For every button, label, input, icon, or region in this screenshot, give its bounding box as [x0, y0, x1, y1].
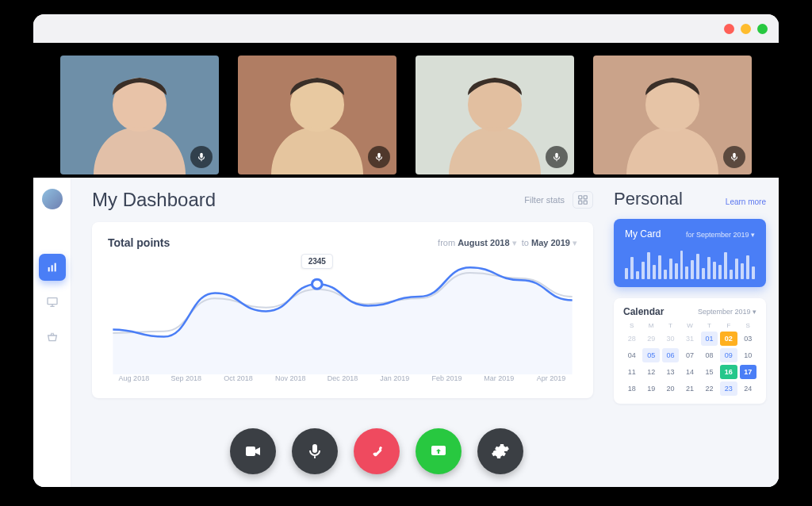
calendar-day[interactable]: 30	[662, 332, 679, 346]
calendar-day[interactable]: 02	[720, 332, 737, 346]
calendar-dow: T	[701, 322, 718, 329]
calendar-day[interactable]: 13	[662, 365, 679, 379]
mic-icon[interactable]	[546, 146, 568, 168]
settings-button[interactable]	[477, 428, 523, 474]
calendar-card: Calendar September 2019 ▾ SMTWTFS2829303…	[614, 298, 766, 404]
sidebar-item-present[interactable]	[39, 289, 66, 316]
calendar-dow: W	[681, 322, 698, 329]
svg-rect-2	[201, 160, 201, 162]
learn-more-link[interactable]: Learn more	[726, 197, 766, 206]
calendar-day[interactable]: 09	[720, 348, 737, 362]
calendar-day[interactable]: 12	[642, 365, 659, 379]
calendar-dow: S	[740, 322, 756, 329]
calendar-day[interactable]: 04	[623, 348, 640, 362]
calendar-day[interactable]: 16	[720, 365, 737, 379]
my-card[interactable]: My Card for September 2019 ▾	[614, 219, 766, 287]
mycard-bar	[630, 257, 634, 279]
calendar-day[interactable]: 14	[681, 365, 698, 379]
mycard-bar	[718, 265, 722, 279]
calendar-day[interactable]: 03	[740, 332, 756, 346]
filter-stats-label[interactable]: Filter stats	[524, 195, 565, 205]
calendar-dow: M	[642, 322, 659, 329]
calendar-day[interactable]: 31	[681, 332, 698, 346]
calendar-day[interactable]: 11	[623, 365, 640, 379]
svg-rect-17	[584, 196, 587, 199]
calendar-day[interactable]: 19	[642, 381, 659, 396]
sidebar-item-charts[interactable]	[39, 254, 66, 281]
mycard-bar	[735, 259, 738, 279]
mycard-bar	[625, 268, 628, 279]
chart-range[interactable]: from August 2018 ▾ to May 2019 ▾	[438, 238, 577, 248]
calendar-dow: T	[662, 322, 679, 329]
calendar-day[interactable]: 20	[662, 381, 679, 396]
mycard-bar	[691, 260, 694, 279]
x-axis-label: Feb 2019	[421, 374, 473, 382]
calendar-day[interactable]: 17	[740, 365, 756, 379]
calendar-day[interactable]: 07	[681, 348, 698, 362]
sidebar-item-basket[interactable]	[39, 324, 66, 351]
x-axis-label: Sep 2018	[160, 374, 213, 382]
mycard-subtitle: for September 2019 ▾	[686, 231, 755, 239]
chart-body: 2345 Aug 2018Sep 2018Oct 2018Nov 2018Dec…	[108, 255, 577, 390]
calendar-day[interactable]: 08	[701, 348, 718, 362]
mycard-bar	[713, 262, 716, 279]
mycard-bar	[746, 255, 749, 279]
video-tile[interactable]	[238, 56, 396, 174]
mycard-bar	[730, 270, 733, 279]
video-tile[interactable]	[60, 56, 219, 174]
mic-toggle-button[interactable]	[292, 428, 338, 474]
hang-up-button[interactable]	[354, 428, 400, 474]
x-axis-label: Oct 2018	[213, 374, 265, 382]
svg-point-20	[312, 279, 322, 289]
mycard-bar	[702, 268, 705, 279]
page-title: My Dashboard	[92, 189, 216, 211]
calendar-day[interactable]: 21	[681, 381, 698, 396]
calendar-day[interactable]: 28	[623, 332, 640, 346]
calendar-day[interactable]: 05	[642, 348, 659, 362]
video-tile[interactable]	[593, 56, 752, 174]
x-axis-label: Mar 2019	[473, 374, 525, 382]
mic-icon[interactable]	[190, 146, 213, 168]
chart-title: Total points	[108, 236, 170, 249]
calendar-day[interactable]: 18	[623, 381, 640, 396]
calendar-day[interactable]: 24	[740, 381, 756, 396]
right-column: Personal Learn more My Card for Septembe…	[609, 178, 779, 487]
video-toggle-button[interactable]	[230, 428, 276, 474]
chart-tooltip: 2345	[301, 254, 333, 269]
mic-icon[interactable]	[368, 146, 390, 168]
avatar[interactable]	[42, 189, 63, 209]
window-zoom-icon[interactable]	[757, 24, 768, 34]
mycard-bar	[680, 251, 684, 279]
calendar-day[interactable]: 01	[701, 332, 718, 346]
layout-toggle-icon[interactable]	[573, 191, 593, 209]
mycard-bar	[642, 262, 645, 279]
video-tile[interactable]	[416, 56, 574, 174]
calendar-day[interactable]: 06	[662, 348, 679, 362]
svg-rect-5	[378, 160, 379, 162]
calendar-dow: S	[623, 322, 640, 329]
personal-title: Personal	[614, 189, 683, 209]
x-axis-label: Apr 2019	[525, 374, 577, 382]
share-screen-button[interactable]	[416, 428, 462, 474]
mycard-title: My Card	[625, 228, 661, 240]
svg-rect-12	[48, 267, 49, 271]
svg-rect-15	[48, 298, 57, 305]
window-close-icon[interactable]	[724, 24, 734, 34]
calendar-day[interactable]: 10	[740, 348, 756, 362]
mic-icon[interactable]	[723, 146, 745, 168]
calendar-month-picker[interactable]: September 2019 ▾	[698, 308, 756, 316]
mycard-bar	[752, 266, 755, 279]
calendar-day[interactable]: 15	[701, 365, 718, 379]
x-axis-label: Dec 2018	[316, 374, 369, 382]
sidebar	[33, 178, 71, 487]
calendar-day[interactable]: 22	[701, 381, 718, 396]
x-axis-label: Jan 2019	[369, 374, 421, 382]
calendar-day[interactable]: 29	[642, 332, 659, 346]
calendar-title: Calendar	[623, 306, 664, 317]
calendar-day[interactable]: 23	[720, 381, 737, 396]
mycard-bar	[707, 257, 710, 279]
svg-rect-19	[584, 201, 587, 204]
total-points-card: Total points from August 2018 ▾ to May 2…	[92, 222, 593, 398]
window-minimize-icon[interactable]	[741, 24, 751, 34]
svg-rect-11	[733, 160, 734, 162]
